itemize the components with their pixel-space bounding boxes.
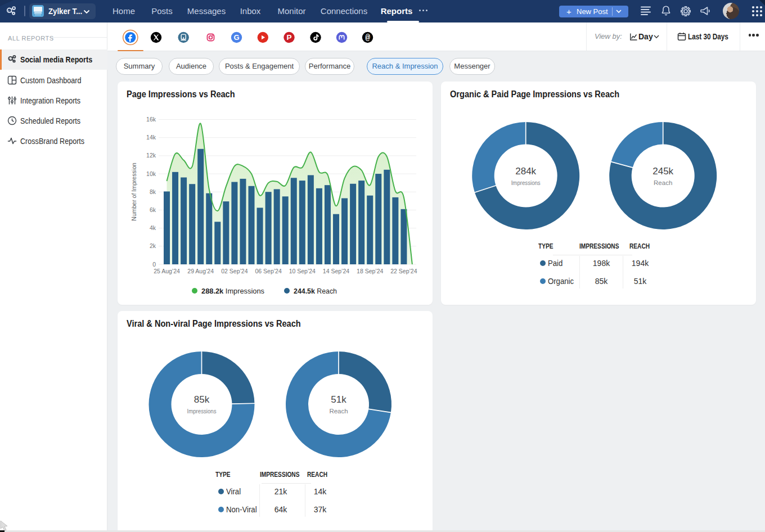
svg-text:22 Sep’24: 22 Sep’24 bbox=[390, 268, 417, 274]
svg-text:51k: 51k bbox=[331, 394, 346, 405]
svg-text:4k: 4k bbox=[150, 224, 156, 231]
svg-text:284k: 284k bbox=[515, 166, 536, 177]
svg-text:Number of Impression: Number of Impression bbox=[130, 163, 137, 220]
svg-text:16k: 16k bbox=[146, 116, 156, 123]
svg-text:06 Sep’24: 06 Sep’24 bbox=[255, 268, 281, 274]
svg-text:25 Aug’24: 25 Aug’24 bbox=[154, 268, 180, 274]
svg-text:02 Sep’24: 02 Sep’24 bbox=[221, 268, 248, 274]
svg-text:@: @ bbox=[365, 33, 370, 42]
svg-text:2k: 2k bbox=[150, 242, 156, 249]
svg-text:P: P bbox=[286, 33, 291, 42]
svg-text:Impressions: Impressions bbox=[187, 408, 217, 414]
svg-text:6k: 6k bbox=[150, 206, 156, 213]
svg-text:G: G bbox=[234, 33, 240, 42]
svg-text:12k: 12k bbox=[146, 152, 156, 159]
svg-text:29 Aug’24: 29 Aug’24 bbox=[187, 268, 214, 274]
svg-text:0: 0 bbox=[152, 261, 156, 268]
svg-text:Reach: Reach bbox=[329, 408, 348, 414]
svg-text:14 Sep’24: 14 Sep’24 bbox=[323, 268, 349, 274]
svg-text:Impressions: Impressions bbox=[511, 179, 541, 186]
svg-text:245k: 245k bbox=[652, 166, 673, 177]
svg-text:8k: 8k bbox=[150, 188, 156, 195]
svg-text:85k: 85k bbox=[194, 394, 210, 405]
svg-text:Reach: Reach bbox=[654, 179, 672, 186]
svg-text:10 Sep’24: 10 Sep’24 bbox=[289, 268, 316, 274]
svg-text:14k: 14k bbox=[146, 134, 156, 141]
svg-text:288.2k Impressions: 288.2k Impressions bbox=[201, 287, 264, 295]
svg-text:18 Sep’24: 18 Sep’24 bbox=[357, 268, 383, 274]
svg-text:10k: 10k bbox=[146, 170, 156, 177]
svg-text:244.5k Reach: 244.5k Reach bbox=[294, 287, 337, 295]
